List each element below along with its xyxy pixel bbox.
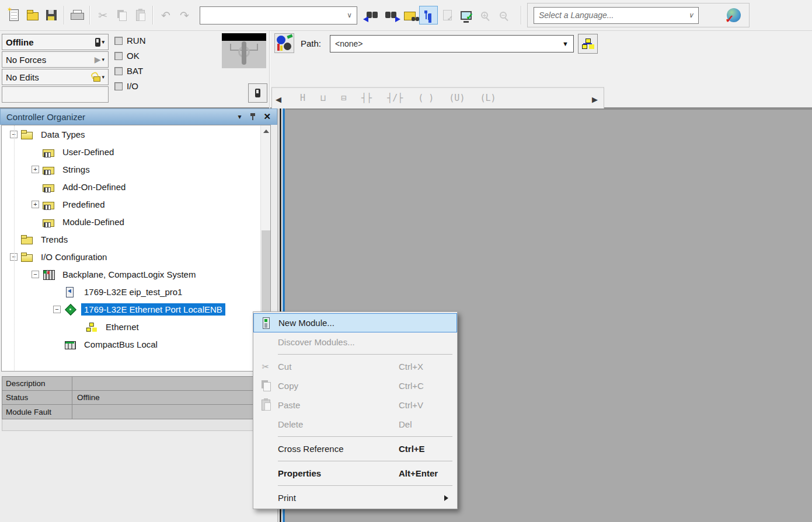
browse-network-button[interactable] xyxy=(578,34,598,54)
tree-item-module-defined[interactable]: Module-Defined xyxy=(2,213,270,230)
expand-icon[interactable] xyxy=(32,201,39,208)
menu-item-discover-modules[interactable]: Discover Modules... xyxy=(253,332,457,352)
tree-item-data-types[interactable]: Data Types xyxy=(2,125,270,143)
open-folder-icon xyxy=(27,12,39,20)
undo-button[interactable]: ↶ xyxy=(156,6,175,24)
tree-item-controller[interactable]: 1769-L32E eip_test_pro1 xyxy=(2,283,270,300)
language-selector[interactable]: Select a Language... ∨ xyxy=(534,7,699,24)
menu-item-delete[interactable]: Delete Del xyxy=(253,415,457,434)
scroll-left-icon[interactable]: ◀ xyxy=(276,95,281,104)
save-button[interactable] xyxy=(42,6,61,24)
tree-item-predefined[interactable]: Predefined xyxy=(2,195,270,213)
expand-icon[interactable] xyxy=(32,166,39,173)
zoom-out-button[interactable]: − xyxy=(494,6,513,24)
window-position-menu-icon[interactable]: ▾ xyxy=(238,113,241,121)
otl-coil-icon[interactable]: (L) xyxy=(480,93,496,103)
scroll-right-icon[interactable]: ▶ xyxy=(592,95,598,104)
io-checkbox[interactable] xyxy=(114,82,123,90)
new-file-button[interactable] xyxy=(5,6,23,24)
menu-item-new-module[interactable]: New Module... xyxy=(253,313,457,332)
edits-state-box[interactable]: No Edits ▾ xyxy=(2,69,109,85)
tree-item-trends[interactable]: Trends xyxy=(2,230,270,248)
datatype-folder-icon xyxy=(43,164,55,174)
menu-item-copy[interactable]: Copy Ctrl+C xyxy=(253,376,457,395)
table-row: Module Fault xyxy=(2,405,265,419)
print-button[interactable] xyxy=(68,6,86,24)
tree-guide-line xyxy=(14,125,15,372)
controller-properties-button[interactable] xyxy=(248,83,267,103)
tree-item-ethernet[interactable]: Ethernet xyxy=(2,318,270,335)
otu-coil-icon[interactable]: (U) xyxy=(449,93,465,103)
path-combobox[interactable]: <none> ▼ xyxy=(330,35,574,52)
menu-item-label: Paste xyxy=(278,400,399,410)
tree-item-io-configuration[interactable]: I/O Configuration xyxy=(2,248,270,265)
forces-state-box[interactable]: No Forces ▶▾ xyxy=(2,51,109,68)
xic-contact-icon[interactable]: ┤├ xyxy=(361,93,372,103)
forces-arrow-icon: ▶ xyxy=(95,55,101,64)
copy-button[interactable] xyxy=(112,6,131,24)
collapse-icon[interactable] xyxy=(32,271,39,278)
tree-item-label: Trends xyxy=(38,233,71,246)
chevron-down-icon: ∨ xyxy=(347,11,352,19)
ote-coil-icon[interactable]: ( ) xyxy=(418,93,434,103)
search-next-icon xyxy=(385,12,397,20)
controller-state-box[interactable]: Offline ▾ xyxy=(2,34,109,50)
verify-routine-button[interactable] xyxy=(438,6,456,24)
tree-item-label: Data Types xyxy=(38,128,88,141)
backplane-icon xyxy=(43,269,55,279)
menu-item-shortcut: Del xyxy=(399,419,454,429)
tree-item-user-defined[interactable]: User-Defined xyxy=(2,143,270,160)
expander-spacer xyxy=(32,218,39,226)
tree-item-label: Ethernet xyxy=(103,321,142,333)
chevron-down-icon: ▾ xyxy=(102,57,104,62)
tree-item-add-on-defined[interactable]: Add-On-Defined xyxy=(2,178,270,195)
cut-button[interactable]: ✂ xyxy=(93,6,112,24)
organizer-titlebar[interactable]: Controller Organizer ▾ ✕ xyxy=(0,108,277,125)
tree-item-backplane[interactable]: Backplane, CompactLogix System xyxy=(2,265,270,283)
scroll-up-icon[interactable] xyxy=(261,125,271,135)
menu-item-paste[interactable]: Paste Ctrl+V xyxy=(253,395,457,415)
verify-controller-button[interactable] xyxy=(456,6,475,24)
tree-item-ethernet-port[interactable]: 1769-L32E Ethernet Port LocalENB xyxy=(2,300,270,318)
paste-button[interactable] xyxy=(131,6,149,24)
undo-icon: ↶ xyxy=(161,10,170,21)
tree-item-label: Add-On-Defined xyxy=(60,181,128,193)
search-previous-button[interactable] xyxy=(363,6,382,24)
datatype-folder-icon xyxy=(43,182,55,192)
menu-item-print[interactable]: Print xyxy=(253,488,457,507)
toggle-controller-organizer-button[interactable] xyxy=(419,6,438,24)
menu-item-properties[interactable]: Properties Alt+Enter xyxy=(253,464,457,483)
collapse-icon[interactable] xyxy=(53,306,61,313)
redo-button[interactable]: ↷ xyxy=(175,6,194,24)
globe-check-icon xyxy=(727,8,741,22)
auto-hide-pin-icon[interactable] xyxy=(249,113,256,121)
scissors-icon: ✂ xyxy=(262,362,270,371)
xio-contact-icon[interactable]: ┤/├ xyxy=(387,93,403,103)
verify-routine-icon xyxy=(443,10,452,20)
menu-item-cut[interactable]: ✂ Cut Ctrl+X xyxy=(253,357,457,376)
zoom-in-button[interactable]: + xyxy=(475,6,494,24)
rung-icon[interactable]: H xyxy=(300,93,305,103)
menu-item-cross-reference[interactable]: Cross Reference Ctrl+E xyxy=(253,439,457,458)
folder-icon xyxy=(21,234,34,244)
branch-icon[interactable]: ⊔ xyxy=(320,93,326,103)
find-in-project-button[interactable] xyxy=(400,6,419,24)
search-next-button[interactable] xyxy=(382,6,400,24)
bat-label: BAT xyxy=(127,66,143,76)
context-menu: New Module... Discover Modules... ✂ Cut … xyxy=(253,311,458,509)
redundancy-state-box xyxy=(2,86,109,103)
tree-item-compactbus[interactable]: CompactBus Local xyxy=(2,335,270,353)
branch-level-icon[interactable]: ⊟ xyxy=(341,93,346,103)
language-settings-button[interactable] xyxy=(724,6,743,24)
close-icon[interactable]: ✕ xyxy=(263,111,271,122)
table-row: Description xyxy=(2,377,265,391)
ok-checkbox[interactable] xyxy=(114,52,123,60)
rswho-icon[interactable] xyxy=(274,33,294,53)
quick-find-combobox[interactable]: ∨ xyxy=(200,6,357,24)
tree-item-strings[interactable]: Strings xyxy=(2,160,270,178)
open-file-button[interactable] xyxy=(23,6,42,24)
secondary-toolbar: Offline ▾ No Forces ▶▾ No Edits ▾ RUN OK… xyxy=(0,31,812,108)
menu-item-label: Properties xyxy=(278,468,399,478)
run-checkbox[interactable] xyxy=(114,37,123,45)
bat-checkbox[interactable] xyxy=(114,67,123,75)
